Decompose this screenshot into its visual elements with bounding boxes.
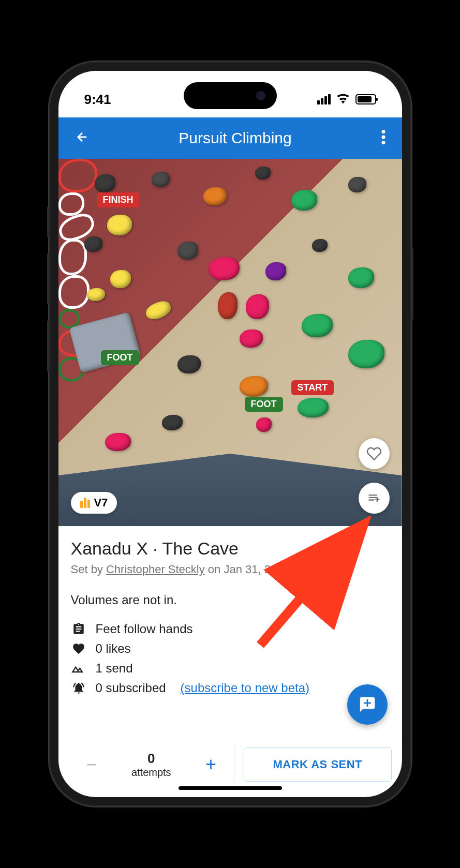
add-to-list-button[interactable]	[359, 483, 390, 514]
cellular-icon	[317, 94, 331, 104]
start-tag: START	[291, 380, 334, 395]
bell-icon	[71, 681, 86, 695]
setter-link[interactable]: Christopher Steckly	[106, 563, 205, 576]
foot-tag: FOOT	[245, 397, 283, 412]
route-setter-info: Set by Christopher Steckly on Jan 31, 20…	[71, 563, 390, 576]
increment-attempts-button[interactable]: +	[197, 754, 225, 775]
favorite-button[interactable]	[359, 438, 390, 469]
playlist-add-icon	[367, 491, 381, 505]
app-title: Pursuit Climbing	[94, 129, 377, 147]
mark-as-sent-button[interactable]: MARK AS SENT	[244, 747, 392, 782]
back-button[interactable]	[71, 126, 94, 151]
app-bar: Pursuit Climbing	[58, 117, 402, 159]
attempts-count: 0	[131, 751, 171, 767]
hand-hold-marker	[58, 192, 84, 216]
feet-rule: Feet follow hands	[96, 622, 193, 636]
mountain-icon	[71, 663, 86, 674]
clipboard-icon	[71, 622, 86, 636]
hand-hold-marker	[58, 239, 87, 275]
subscribe-link[interactable]: (subscribe to new beta)	[181, 681, 309, 695]
likes-count: 0 likes	[96, 641, 131, 656]
heart-icon	[71, 642, 86, 655]
hand-hold-marker	[58, 275, 90, 309]
grade-chip[interactable]: V7	[71, 492, 117, 514]
screen: 9:41 Pursuit Climbing	[58, 71, 402, 797]
heart-icon	[366, 446, 382, 461]
grade-value: V7	[94, 496, 108, 510]
foot-tag: FOOT	[101, 350, 139, 365]
comment-add-icon	[359, 696, 376, 713]
svg-point-2	[381, 141, 385, 144]
finish-hold-marker	[58, 159, 97, 192]
battery-icon	[355, 94, 376, 104]
svg-point-1	[381, 136, 385, 139]
wifi-icon	[336, 92, 350, 108]
stat-row: 0 likes	[71, 641, 390, 656]
attempts-label: attempts	[131, 767, 171, 779]
stat-row: 1 send	[71, 661, 390, 676]
home-indicator[interactable]	[179, 786, 282, 790]
sends-count: 1 send	[96, 661, 133, 676]
decrement-attempts-button[interactable]: −	[78, 754, 106, 775]
more-menu-button[interactable]	[377, 126, 390, 151]
subscribed-count: 0 subscribed	[96, 681, 166, 695]
status-time: 9:41	[84, 92, 111, 108]
finish-tag: FINISH	[97, 192, 140, 207]
stat-row: 0 subscribed (subscribe to new beta)	[71, 681, 390, 695]
stats-list: Feet follow hands 0 likes 1 send	[71, 622, 390, 695]
add-comment-button[interactable]	[347, 684, 388, 725]
svg-point-0	[381, 130, 385, 133]
dynamic-island	[184, 82, 277, 109]
route-photo[interactable]: FINISH FOOT START FOOT	[58, 159, 402, 526]
chart-icon	[80, 498, 90, 508]
attempts-stepper: − 0 attempts +	[69, 747, 235, 782]
stat-row: Feet follow hands	[71, 622, 390, 636]
route-title: Xanadu X · The Cave	[71, 538, 390, 559]
route-description: Volumes are not in.	[71, 593, 390, 607]
phone-frame: 9:41 Pursuit Climbing	[49, 62, 411, 806]
